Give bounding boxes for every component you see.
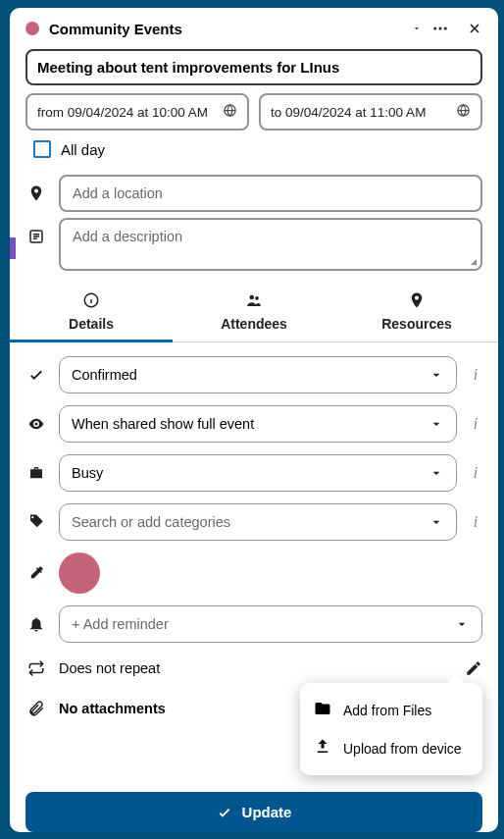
all-day-checkbox[interactable]: [33, 140, 51, 158]
chevron-down-icon: [428, 514, 444, 530]
svg-point-7: [250, 295, 255, 300]
all-day-toggle[interactable]: All day: [10, 140, 498, 172]
info-icon[interactable]: i: [469, 366, 482, 384]
menu-item-label: Upload from device: [343, 741, 462, 757]
categories-placeholder: Search or add categories: [72, 514, 230, 530]
globe-icon: [456, 103, 471, 121]
description-placeholder: Add a description: [73, 229, 182, 244]
description-icon: [25, 218, 47, 245]
calendar-color-bar: [10, 237, 16, 259]
globe-icon: [223, 103, 237, 121]
location-icon: [25, 175, 47, 202]
edit-recurrence-button[interactable]: [465, 659, 482, 677]
tabs: Details Attendees Resources: [10, 284, 498, 342]
menu-add-from-files[interactable]: Add from Files: [300, 691, 482, 729]
tab-label: Resources: [381, 316, 452, 332]
color-picker[interactable]: [59, 552, 100, 594]
calendar-name-label: Community Events: [49, 21, 182, 37]
svg-point-2: [444, 27, 447, 30]
reminder-placeholder: + Add reminder: [72, 616, 169, 632]
people-icon: [245, 291, 263, 312]
event-editor-panel: Community Events from 09/04/2024 at 10:0…: [10, 8, 498, 832]
menu-upload-from-device[interactable]: Upload from device: [300, 729, 482, 767]
chevron-down-icon: [428, 416, 444, 432]
tab-label: Details: [69, 316, 114, 332]
all-day-label: All day: [61, 141, 105, 158]
tab-label: Attendees: [221, 316, 287, 332]
chevron-down-icon: [428, 367, 444, 383]
info-icon[interactable]: i: [469, 464, 482, 482]
start-datetime-input[interactable]: from 09/04/2024 at 10:00 AM: [25, 93, 249, 131]
calendar-color-dot: [25, 22, 39, 35]
categories-select[interactable]: Search or add categories: [59, 503, 457, 541]
visibility-select[interactable]: When shared show full event: [59, 405, 457, 443]
reminder-select[interactable]: + Add reminder: [59, 605, 482, 643]
more-menu-button[interactable]: [431, 20, 449, 37]
tab-attendees[interactable]: Attendees: [173, 284, 335, 341]
pin-icon: [408, 291, 426, 312]
tab-resources[interactable]: Resources: [335, 284, 498, 341]
availability-value: Busy: [72, 465, 103, 481]
calendar-selector[interactable]: Community Events: [49, 21, 402, 37]
update-label: Update: [242, 804, 292, 820]
paperclip-icon: [25, 700, 47, 717]
check-icon: [217, 805, 232, 820]
upload-icon: [314, 738, 331, 759]
repeat-value: Does not repeat: [59, 655, 453, 682]
chevron-down-icon: [454, 616, 470, 632]
info-icon: [82, 291, 100, 312]
availability-select[interactable]: Busy: [59, 454, 457, 492]
svg-point-1: [439, 27, 442, 30]
close-button[interactable]: [467, 21, 482, 36]
header: Community Events: [10, 8, 498, 45]
visibility-value: When shared show full event: [72, 416, 254, 432]
svg-point-8: [255, 296, 259, 300]
start-datetime-value: from 09/04/2024 at 10:00 AM: [37, 105, 208, 120]
resize-handle[interactable]: [471, 259, 477, 265]
tag-icon: [25, 513, 47, 531]
date-range: from 09/04/2024 at 10:00 AM to 09/04/202…: [10, 93, 498, 140]
event-title-input[interactable]: [25, 49, 482, 85]
eye-icon: [25, 415, 47, 433]
info-icon[interactable]: i: [469, 513, 482, 531]
folder-icon: [314, 700, 331, 720]
info-icon[interactable]: i: [469, 415, 482, 433]
repeat-icon: [25, 659, 47, 677]
status-select[interactable]: Confirmed: [59, 356, 457, 393]
briefcase-icon: [25, 464, 47, 482]
update-button[interactable]: Update: [25, 792, 482, 832]
menu-item-label: Add from Files: [343, 703, 431, 718]
eyedropper-icon: [25, 564, 47, 582]
tab-details[interactable]: Details: [10, 284, 173, 341]
status-value: Confirmed: [72, 367, 137, 383]
attachment-menu: Add from Files Upload from device: [300, 683, 482, 775]
chevron-down-icon: [428, 465, 444, 481]
bell-icon: [25, 615, 47, 633]
description-input[interactable]: Add a description: [59, 218, 482, 271]
chevron-down-icon[interactable]: [412, 24, 422, 33]
end-datetime-value: to 09/04/2024 at 11:00 AM: [271, 105, 426, 120]
location-input[interactable]: Add a location: [59, 175, 482, 212]
check-icon: [25, 366, 47, 384]
svg-point-0: [433, 27, 436, 30]
end-datetime-input[interactable]: to 09/04/2024 at 11:00 AM: [259, 93, 482, 131]
